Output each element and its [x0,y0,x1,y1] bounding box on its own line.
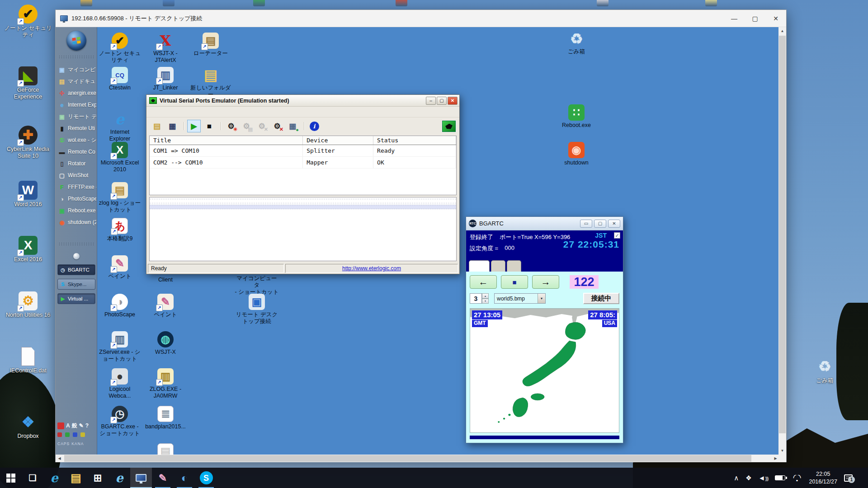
tray-chevron-icon[interactable]: ∧ [734,474,739,482]
sidebar-item[interactable]: ▤ マイドキュメ [58,76,96,86]
icon-partial-document[interactable]: ▤ [143,443,188,455]
sidebar-item[interactable]: ▣ マイコンピュ [58,65,96,75]
language-bar[interactable]: A 般 ✎ ? CAPS KANA [57,421,95,448]
icon-zlog-exe[interactable]: ▥ ZLOG.EXE - JA0MRW [143,368,188,399]
icon-excel-2016[interactable]: X Excel 2016 [3,236,53,263]
icon-client-label[interactable]: Client [143,275,188,283]
action-center-icon[interactable]: 1 [844,474,853,482]
close-button[interactable]: ✕ [448,97,458,105]
sidebar-item[interactable]: e Internet Exp [58,100,96,110]
taskbar-edge[interactable]: e [43,468,65,488]
column-header-device[interactable]: Device [303,136,373,145]
horizontal-scroll-thumb[interactable] [64,455,751,462]
scroll-left-arrow[interactable]: ◀ [56,455,63,462]
icon-internet-explorer[interactable]: e Internet Explorer [97,111,142,142]
connect-button[interactable]: 接続中 [583,293,619,304]
icon-cyberlink-media-suite[interactable]: ✚ CyberLink Media Suite 10 [3,126,53,160]
taskbar-paint[interactable]: ✎ [152,468,174,488]
next-button[interactable]: → [532,275,559,289]
icon-zserver[interactable]: ▥ ZServer.exe - シ ョートカット [97,331,142,362]
icon-norton-utilities[interactable]: ⚙ Norton Utilities 16 [3,291,53,319]
taskbar-internet-explorer[interactable]: e [108,468,130,488]
play-button[interactable]: ▶ [187,120,201,132]
ime-pen-icon[interactable]: ✎ [79,422,84,429]
icon-rotator-folder[interactable]: ▤ ローテーター [188,33,233,57]
taskbar-clock[interactable]: 22:05 2016/12/27 [809,470,837,485]
sidebar-item[interactable]: ▣ Reboot.exe [58,206,96,216]
icon-geforce-experience[interactable]: ◣ GeForce Experience [3,66,53,100]
taskbar-button[interactable]: ◷ BGARTC [57,264,95,275]
rdp-titlebar[interactable]: 192.168.0.66:59908 - リモート デスクトップ接続 — ▢ ✕ [56,10,786,27]
statistics-button[interactable]: ▦ ● [286,120,299,132]
icon-photoscape[interactable]: ◑ PhotoScape [97,294,142,318]
wifi-icon[interactable] [792,475,802,481]
taskbar-store[interactable]: ⊞ [87,468,108,488]
icon-dropbox[interactable]: ❖ Dropbox [3,413,53,440]
column-header-title[interactable]: Title [150,136,303,145]
icon-norton-remote[interactable]: ✔ ノートン セキュ リティ [97,33,142,64]
icon-reboot[interactable]: ∷ Reboot.exe [554,104,599,129]
icon-shutdown[interactable]: ◉ shutdown [554,142,599,166]
icon-norton-security[interactable]: ✔ ノートン セキュリティ [3,5,53,38]
sidebar-item[interactable]: F FFFTP.exe - [58,182,96,192]
create-device-button[interactable]: ⚙ ✳ [224,120,238,132]
bgartc-checkbox[interactable]: ✓ [614,232,620,239]
ime-mode-general[interactable]: 般 [72,422,77,430]
icon-host-recycle-bin[interactable]: ♻ ごみ箱 [800,357,849,384]
icon-ctestwin[interactable]: CQ Ctestwin [97,67,142,91]
taskbar-file-explorer[interactable]: ▤ [65,468,87,488]
icon-zlog-log[interactable]: ▤ zlog log - ショー トカット [97,182,142,213]
icon-bandplan2015[interactable]: ≣ bandplan2015... [143,406,188,430]
taskbar-button[interactable]: ▶ Virtual ... [57,293,95,304]
spinner-down-button[interactable]: ▼ [482,299,489,304]
sidebar-item[interactable]: ① wol.exe - シ [58,135,96,145]
icon-remote-desktop-remote[interactable]: ▣ リモート デスク トップ接続 [234,294,279,325]
minimize-button[interactable]: — [724,10,745,27]
taskbar-skype[interactable]: S [195,468,217,488]
close-button[interactable]: ✕ [765,10,786,27]
minimize-button[interactable]: ‒ [426,97,436,105]
icon-new-folder[interactable]: ▤ 新しいフォルダー [188,67,233,98]
icon-excel-2010[interactable]: X Microsoft Excel 2010 [97,142,142,173]
icon-logicool-webcam[interactable]: ● Logicool Webca... [97,368,142,399]
dropdown-arrow-icon[interactable]: ▼ [538,294,545,303]
close-button[interactable]: ✕ [608,220,620,228]
tab-rtc[interactable] [469,260,490,272]
tab-help[interactable] [507,260,521,272]
prev-button[interactable]: ← [470,275,497,289]
icon-wsjtx[interactable]: ◍ WSJT-X [143,331,188,356]
tab-settings[interactable] [491,260,505,272]
delete-all-devices-button[interactable]: ⚙ ✕ [270,120,284,132]
table-row[interactable]: COM2 --> COM10 Mapper OK [150,157,456,169]
icon-remote-recycle-bin[interactable]: ♻ ごみ箱 [554,31,599,55]
column-header-status[interactable]: Status [373,136,456,145]
taskbar-remote-desktop[interactable] [130,468,152,488]
battery-icon[interactable] [775,475,785,480]
info-button[interactable]: i [307,120,321,132]
horizontal-scrollbar[interactable]: ◀ ▶ [56,455,779,462]
sidebar-item[interactable]: ▣ リモート デス [58,112,96,122]
taskbar-button[interactable]: S Skype... [57,279,95,290]
icon-paint-2[interactable]: ✎ ペイント [143,294,188,318]
spinner-up-button[interactable]: ▲ [482,293,489,299]
sidebar-item[interactable]: ◉ shutdown (2 [58,217,96,227]
sidebar-item[interactable]: ▯ Rotator [58,159,96,169]
minimize-button[interactable]: ▭ [580,220,592,228]
volume-icon[interactable]: ◄))) [759,474,769,482]
scroll-down-arrow[interactable]: ▼ [778,447,786,455]
save-button[interactable]: ▦ [165,120,179,132]
log-entry[interactable] [150,199,456,203]
icon-bgartc-exe[interactable]: ◷ BGARTC.exe - ショートカット [97,406,142,437]
stop-button[interactable]: ■ [203,120,216,132]
start-orb[interactable] [66,31,86,51]
log-entry[interactable] [150,205,456,209]
bgartc-titlebar[interactable]: RTC BGARTC ▭ ▢ ✕ [466,217,623,230]
icon-word-2016[interactable]: W Word 2016 [3,181,53,208]
icon-jt-linker[interactable]: ▥ JT_Linker [143,67,188,91]
maximize-button[interactable]: ▢ [437,97,447,105]
taskbar-media-app[interactable]: ◐ [174,468,195,488]
ime-icon[interactable] [57,422,64,429]
eterlogic-link[interactable]: http://www.eterlogic.com [342,265,401,272]
icon-honkaku-honyaku[interactable]: あ 本格翻訳9 [97,218,142,242]
sidebar-item[interactable]: ▢ WinShot [58,170,96,180]
